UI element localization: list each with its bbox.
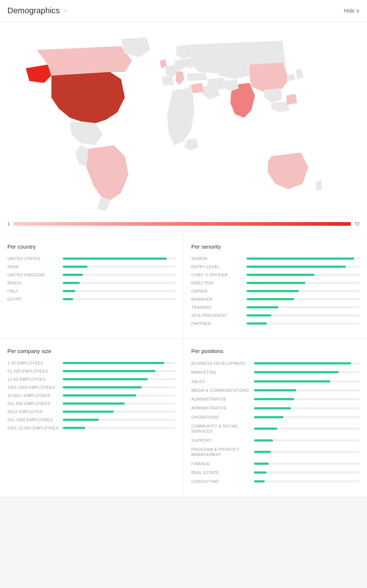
bar-track bbox=[254, 451, 360, 453]
bar-label: SELF-EMPLOYED bbox=[7, 409, 59, 414]
bar-track bbox=[63, 282, 176, 284]
bar-label: UNITED STATES bbox=[7, 256, 59, 261]
bar-item: ENTRY-LEVEL bbox=[191, 264, 360, 269]
bar-label: PARTNER bbox=[191, 321, 243, 326]
bar-label: DIRECTOR bbox=[191, 281, 243, 285]
bar-fill bbox=[63, 370, 155, 372]
bar-item: 5001-10,000 EMPLOYEES bbox=[7, 426, 176, 430]
bar-fill bbox=[247, 290, 299, 292]
bar-track bbox=[254, 463, 360, 465]
bar-item: SELF-EMPLOYED bbox=[7, 409, 176, 414]
legend-gradient-bar bbox=[14, 222, 350, 226]
hide-button[interactable]: Hide ∨ bbox=[344, 8, 360, 14]
philippines-country bbox=[286, 94, 297, 105]
bar-label: OWNER bbox=[191, 289, 243, 293]
bar-fill bbox=[63, 362, 164, 364]
bar-item: MARKETING bbox=[191, 370, 360, 375]
bar-item: 501-1000 EMPLOYEES bbox=[7, 418, 176, 422]
bar-track bbox=[254, 389, 360, 391]
bar-label: OPERATIONS bbox=[191, 415, 250, 420]
country-seniority-row: Per country UNITED STATESINDIAUNITED KIN… bbox=[0, 235, 367, 338]
bar-item: INDIA bbox=[7, 264, 176, 269]
bar-track bbox=[63, 411, 176, 413]
bar-label: SALES bbox=[191, 379, 250, 384]
pakistan-country bbox=[224, 79, 239, 91]
header-left: Demographics ○ bbox=[7, 6, 67, 15]
bar-track bbox=[63, 290, 176, 292]
bar-track bbox=[254, 428, 360, 430]
bar-item: SENIOR bbox=[191, 256, 360, 261]
bar-fill bbox=[254, 362, 351, 364]
bar-label: 10,001+ EMPLOYEES bbox=[7, 393, 59, 398]
bar-fill bbox=[254, 416, 284, 418]
per-company-size-panel: Per company size 1-10 EMPLOYEES51-200 EM… bbox=[0, 339, 183, 497]
bar-fill bbox=[247, 257, 354, 260]
world-map[interactable] bbox=[7, 29, 360, 217]
bar-label: MEDIA & COMMUNICATIONS bbox=[191, 388, 250, 393]
size-positions-row: Per company size 1-10 EMPLOYEES51-200 EM… bbox=[0, 339, 367, 497]
bar-item: MANAGER bbox=[191, 297, 360, 301]
bar-label: CONSULTING bbox=[191, 479, 250, 484]
bar-label: 201-500 EMPLOYEES bbox=[7, 401, 59, 406]
per-positions-panel: Per positions BUSINESS DEVELOPMENTMARKET… bbox=[184, 339, 367, 497]
bar-item: 201-500 EMPLOYEES bbox=[7, 401, 176, 406]
bar-track bbox=[247, 282, 360, 284]
bar-fill bbox=[247, 298, 294, 300]
bar-label: ENTRY-LEVEL bbox=[191, 264, 243, 269]
bar-fill bbox=[63, 282, 80, 284]
bar-fill bbox=[247, 306, 278, 308]
bar-fill bbox=[247, 266, 346, 268]
page-title: Demographics bbox=[7, 6, 60, 15]
per-seniority-panel: Per senority SENIORENTRY-LEVELCHIEF X OF… bbox=[184, 235, 367, 338]
bar-track bbox=[254, 362, 360, 364]
bar-label: MANAGER bbox=[191, 297, 243, 301]
turkey-country bbox=[187, 73, 207, 81]
bar-fill bbox=[63, 402, 125, 405]
per-positions-title: Per positions bbox=[191, 348, 360, 354]
bar-track bbox=[63, 394, 176, 397]
bar-label: COMMUNITY & SOCIAL SERVICES bbox=[191, 423, 250, 434]
bar-fill bbox=[63, 427, 85, 429]
bar-fill bbox=[254, 463, 269, 465]
bar-fill bbox=[63, 290, 75, 292]
positions-bars: BUSINESS DEVELOPMENTMARKETINGSALESMEDIA … bbox=[191, 361, 360, 484]
map-legend: 1 72 bbox=[7, 221, 360, 226]
bar-item: UNITED KINGDOM bbox=[7, 273, 176, 277]
bar-track bbox=[254, 407, 360, 409]
bar-item: 11-50 EMPLOYEES bbox=[7, 377, 176, 381]
bar-track bbox=[247, 274, 360, 276]
bar-item: PROGRAM & PRODUCT MANAGEMENT bbox=[191, 447, 360, 457]
bar-track bbox=[63, 427, 176, 429]
legend-min: 1 bbox=[7, 221, 10, 226]
bar-label: ADMINISTRATIVE bbox=[191, 397, 250, 402]
bar-label: BRAZIL bbox=[7, 281, 59, 285]
bar-fill bbox=[254, 439, 273, 442]
bar-track bbox=[63, 274, 176, 276]
bar-label: 5001-10,000 EMPLOYEES bbox=[7, 426, 59, 430]
bar-track bbox=[247, 306, 360, 308]
bar-item: 10,001+ EMPLOYEES bbox=[7, 393, 176, 398]
bar-label: 11-50 EMPLOYEES bbox=[7, 377, 59, 381]
bar-track bbox=[63, 362, 176, 364]
bar-label: BUSINESS DEVELOPMENT bbox=[191, 361, 250, 366]
bar-label: UNITED KINGDOM bbox=[7, 273, 59, 277]
bar-fill bbox=[254, 389, 296, 391]
bar-item: SALES bbox=[191, 379, 360, 384]
bar-item: COMMUNITY & SOCIAL SERVICES bbox=[191, 423, 360, 434]
bar-label: VICE PRESIDENT bbox=[191, 313, 243, 318]
bar-fill bbox=[63, 257, 167, 260]
bar-fill bbox=[254, 407, 291, 409]
bar-track bbox=[247, 314, 360, 317]
bar-item: 51-200 EMPLOYEES bbox=[7, 369, 176, 373]
seniority-bars: SENIORENTRY-LEVELCHIEF X OFFICERDIRECTOR… bbox=[191, 256, 360, 326]
per-country-title: Per country bbox=[7, 243, 176, 250]
bar-item: OPERATIONS bbox=[191, 415, 360, 420]
bar-label: PROGRAM & PRODUCT MANAGEMENT bbox=[191, 447, 250, 457]
bar-fill bbox=[247, 274, 315, 276]
bar-fill bbox=[63, 274, 83, 276]
bar-label: 1-10 EMPLOYEES bbox=[7, 361, 59, 365]
bar-fill bbox=[63, 411, 114, 413]
bar-fill bbox=[254, 480, 265, 482]
bar-item: ADMINISTRATIVE bbox=[191, 405, 360, 411]
bar-track bbox=[254, 371, 360, 373]
